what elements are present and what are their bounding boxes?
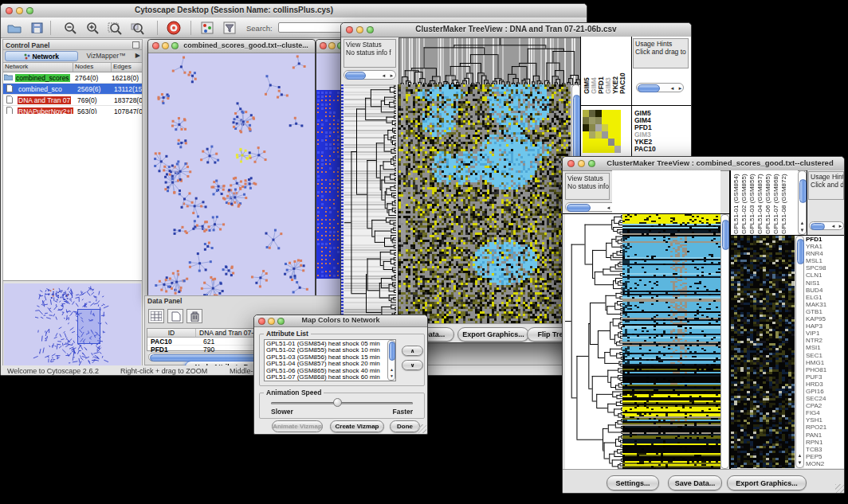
scroll-right-icon[interactable]: ► bbox=[388, 72, 395, 80]
attribute-item[interactable]: GPL51-04 (GSM857) heat shock 20 min bbox=[266, 361, 394, 367]
summary-hscrollbar[interactable]: ◄ ► bbox=[636, 83, 684, 92]
attribute-item[interactable]: GPL51-06 (GSM865) heat shock 40 min bbox=[266, 368, 394, 374]
gene-label[interactable]: MSL1 bbox=[806, 257, 845, 264]
tab-network[interactable]: Network bbox=[5, 51, 78, 61]
move-up-button[interactable]: ∧ bbox=[402, 346, 423, 356]
gene-label[interactable]: RNR4 bbox=[806, 250, 845, 257]
gene-label[interactable]: TCB3 bbox=[806, 446, 845, 453]
gene-label[interactable]: MON2 bbox=[806, 460, 845, 467]
gene-label[interactable]: SEC1 bbox=[806, 352, 845, 359]
gene-label[interactable]: PEP5 bbox=[806, 453, 845, 460]
save-data-button[interactable]: Save Data... bbox=[668, 475, 722, 490]
network-view-titlebar[interactable]: combined_scores_good.txt--cluste... bbox=[148, 40, 315, 53]
main-titlebar[interactable]: Cytoscape Desktop (Session Name: collins… bbox=[1, 4, 587, 18]
minimize-icon[interactable] bbox=[328, 42, 336, 49]
table-mode-icon[interactable] bbox=[148, 309, 164, 323]
row-dendrogram[interactable] bbox=[344, 84, 396, 323]
close-icon[interactable] bbox=[152, 42, 159, 49]
open-file-icon[interactable] bbox=[6, 20, 23, 36]
gene-label[interactable]: PAN1 bbox=[806, 432, 845, 439]
scroll-left-icon[interactable]: ◄ bbox=[380, 72, 387, 80]
zoom-in-icon[interactable] bbox=[84, 20, 101, 36]
settings-button[interactable]: Settings... bbox=[607, 475, 659, 490]
export-graphics-button[interactable]: Export Graphics... bbox=[727, 475, 807, 490]
save-icon[interactable] bbox=[28, 20, 45, 36]
tab-vizmapper[interactable]: VizMapper™ bbox=[80, 51, 132, 61]
scrollbar-thumb[interactable] bbox=[799, 179, 807, 203]
dialog-titlebar[interactable]: Map Colors to Network bbox=[254, 315, 427, 327]
gene-label[interactable]: YSH1 bbox=[806, 416, 845, 424]
zoom-icon[interactable] bbox=[588, 160, 595, 167]
gene-label[interactable]: HMG1 bbox=[806, 359, 845, 366]
gene-label[interactable]: CLN1 bbox=[806, 272, 845, 279]
gene-label[interactable]: GPI16 bbox=[806, 388, 845, 395]
zoom-out-icon[interactable] bbox=[61, 20, 79, 36]
gene-label[interactable]: RPN1 bbox=[806, 439, 845, 446]
speed-slider-thumb[interactable] bbox=[333, 398, 342, 407]
float-panel-icon[interactable] bbox=[132, 41, 139, 49]
column-labels-vscrollbar[interactable]: ▲ ▼ bbox=[798, 170, 807, 235]
new-attribute-icon[interactable] bbox=[167, 309, 183, 323]
gene-label[interactable]: SEC24 bbox=[806, 395, 845, 402]
animate-vizmap-button[interactable]: Animate Vizmap bbox=[272, 420, 323, 432]
selected-cluster-heatmap[interactable] bbox=[583, 110, 621, 153]
resize-grip[interactable] bbox=[418, 424, 426, 433]
scroll-down-icon[interactable]: ▼ bbox=[388, 373, 395, 380]
zoom-icon[interactable] bbox=[171, 42, 179, 49]
tab-overflow-icon[interactable]: ▶ bbox=[135, 52, 140, 59]
attribute-listbox[interactable]: GPL51-01 (GSM854) heat shock 05 minGPL51… bbox=[264, 339, 396, 381]
gene-list-vscrollbar[interactable]: ▲ ▼ bbox=[795, 236, 804, 468]
gene-label[interactable]: NIS1 bbox=[806, 279, 845, 287]
column-dendrogram[interactable] bbox=[398, 37, 582, 85]
gene-label[interactable]: MSI1 bbox=[806, 344, 845, 351]
gene-label[interactable]: HAP3 bbox=[806, 322, 845, 330]
gene-label[interactable]: PAC10 bbox=[634, 146, 689, 153]
vizmapper-icon[interactable] bbox=[198, 20, 216, 36]
gene-label[interactable]: YRA1 bbox=[806, 243, 845, 250]
scrollbar-thumb[interactable] bbox=[345, 72, 366, 80]
scroll-left-icon[interactable]: ◄ bbox=[669, 85, 676, 92]
scrollbar-thumb[interactable] bbox=[797, 239, 804, 264]
attribute-item[interactable]: GPL51-02 (GSM855) heat shock 10 min bbox=[266, 347, 394, 354]
scroll-down-icon[interactable]: ▼ bbox=[799, 227, 806, 234]
treeview1-titlebar[interactable]: ClusterMaker TreeView : DNA and Tran 07-… bbox=[341, 23, 691, 37]
network-list-row[interactable]: combined_scores2764(0)16218(0) bbox=[3, 72, 142, 84]
scroll-right-icon[interactable]: ► bbox=[677, 85, 684, 92]
filter-icon[interactable] bbox=[221, 20, 238, 36]
attribute-item[interactable]: GPL51-07 (GSM868) heat shock 60 min bbox=[266, 374, 394, 381]
network-list-row[interactable]: DNA and Tran 07769(0)183728(0) bbox=[3, 95, 142, 106]
help-lifesaver-icon[interactable] bbox=[165, 20, 183, 36]
create-vizmap-button[interactable]: Create Vizmap bbox=[330, 420, 384, 432]
gene-label[interactable]: HRD3 bbox=[806, 381, 845, 388]
gene-label[interactable]: FIG4 bbox=[806, 409, 845, 416]
gene-label[interactable]: RPO21 bbox=[806, 424, 845, 431]
selected-genes-heatmap[interactable] bbox=[731, 236, 795, 468]
speed-slider-track[interactable] bbox=[271, 402, 413, 404]
scroll-up-icon[interactable]: ▲ bbox=[799, 220, 806, 227]
heatmap-canvas[interactable] bbox=[622, 214, 720, 469]
scroll-down-icon[interactable]: ▼ bbox=[796, 459, 803, 467]
attribute-item[interactable]: GPL51-01 (GSM854) heat shock 05 min bbox=[266, 341, 394, 347]
summary-hscrollbar[interactable]: ◄ ► bbox=[809, 221, 844, 230]
network-canvas[interactable] bbox=[148, 53, 315, 298]
minimize-icon[interactable] bbox=[578, 160, 585, 167]
scrollbar-thumb[interactable] bbox=[567, 204, 591, 212]
attribute-list-vscrollbar[interactable]: ▲ ▼ bbox=[387, 340, 395, 381]
gene-label[interactable]: BUD4 bbox=[806, 287, 845, 294]
export-graphics-button[interactable]: Export Graphics... bbox=[457, 327, 529, 342]
gene-label[interactable]: PUF3 bbox=[806, 373, 845, 381]
gene-label[interactable]: NTR2 bbox=[806, 337, 845, 344]
resize-grip[interactable] bbox=[835, 484, 844, 493]
close-icon[interactable] bbox=[320, 42, 327, 49]
scrollbar-thumb[interactable] bbox=[811, 223, 825, 230]
gene-label[interactable]: SPC98 bbox=[806, 264, 845, 272]
gene-label[interactable]: ELG1 bbox=[806, 294, 845, 301]
gene-label[interactable]: CPA2 bbox=[806, 402, 845, 409]
scroll-right-icon[interactable]: ► bbox=[837, 223, 844, 230]
gene-label[interactable]: VIP1 bbox=[806, 330, 845, 337]
heatmap-canvas[interactable] bbox=[398, 84, 571, 323]
network-overview[interactable] bbox=[4, 283, 141, 365]
scrollbar-thumb[interactable] bbox=[389, 342, 395, 361]
scroll-left-icon[interactable]: ◄ bbox=[830, 223, 837, 230]
move-down-button[interactable]: ∨ bbox=[402, 360, 423, 370]
